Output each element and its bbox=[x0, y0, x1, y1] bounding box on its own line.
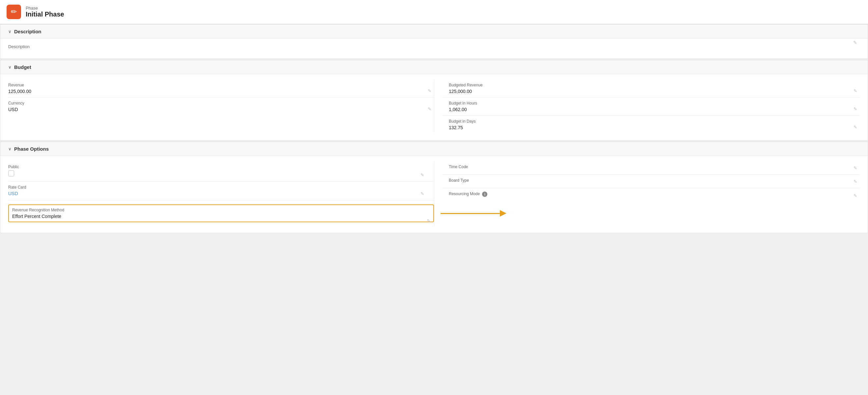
budget-hours-edit-icon[interactable]: ✎ bbox=[854, 107, 857, 111]
header-text: Phase Initial Phase bbox=[26, 6, 64, 18]
time-code-label: Time Code bbox=[449, 165, 860, 169]
revenue-field: Revenue 125,000.00 ✎ bbox=[8, 80, 434, 97]
rate-card-field: Rate Card USD ✎ bbox=[8, 182, 434, 200]
board-type-field: Board Type ✎ bbox=[442, 175, 860, 188]
phase-options-left: Public ✎ Rate Card USD ✎ bbox=[8, 161, 434, 226]
public-label: Public bbox=[8, 165, 434, 169]
phase-options-chevron-icon: ∨ bbox=[8, 146, 11, 151]
rate-card-edit-icon[interactable]: ✎ bbox=[421, 191, 424, 196]
board-type-edit-icon[interactable]: ✎ bbox=[854, 179, 857, 184]
revenue-edit-icon[interactable]: ✎ bbox=[428, 88, 431, 93]
resourcing-mode-field: Resourcing Mode i ✎ bbox=[442, 188, 860, 202]
description-body: Description ✎ bbox=[0, 38, 868, 58]
description-section-label: Description bbox=[14, 29, 41, 34]
budget-fields-grid: Revenue 125,000.00 ✎ Currency USD ✎ bbox=[8, 80, 860, 134]
phase-options-body: Public ✎ Rate Card USD ✎ bbox=[0, 156, 868, 233]
revenue-label: Revenue bbox=[8, 83, 429, 87]
revenue-recognition-value: Effort Percent Complete bbox=[12, 214, 420, 219]
header-subtitle: Phase bbox=[26, 6, 64, 10]
currency-edit-icon[interactable]: ✎ bbox=[428, 107, 431, 111]
phase-options-right: Time Code ✎ Board Type ✎ bbox=[434, 161, 860, 226]
revenue-recognition-edit-icon[interactable]: ✎ bbox=[427, 218, 431, 224]
budget-days-field: Budget in Days 132.75 ✎ bbox=[442, 116, 860, 134]
revenue-recognition-highlight: Revenue Recognition Method Effort Percen… bbox=[8, 204, 434, 222]
public-field: Public ✎ bbox=[8, 161, 434, 181]
budget-hours-value: 1,062.00 bbox=[449, 107, 855, 112]
main-content: ∨ Description Description ✎ ∨ Budget Rev… bbox=[0, 24, 868, 233]
budget-hours-label: Budget in Hours bbox=[449, 101, 855, 106]
description-section-header[interactable]: ∨ Description bbox=[0, 24, 868, 38]
budget-days-edit-icon[interactable]: ✎ bbox=[854, 124, 857, 130]
budget-section-header[interactable]: ∨ Budget bbox=[0, 60, 868, 74]
rate-card-value[interactable]: USD bbox=[8, 191, 434, 196]
budgeted-revenue-label: Budgeted Revenue bbox=[449, 83, 855, 87]
currency-value: USD bbox=[8, 107, 429, 112]
board-type-label: Board Type bbox=[449, 178, 860, 183]
page-header: ✏ Phase Initial Phase bbox=[0, 0, 868, 24]
resourcing-mode-label: Resourcing Mode i bbox=[449, 192, 860, 197]
resourcing-mode-edit-icon[interactable]: ✎ bbox=[854, 193, 857, 198]
description-field-label: Description bbox=[8, 44, 30, 49]
budget-section: ∨ Budget Revenue 125,000.00 ✎ Currency bbox=[0, 60, 868, 140]
phase-options-section-header[interactable]: ∨ Phase Options bbox=[0, 142, 868, 156]
resourcing-mode-info-icon: i bbox=[482, 192, 487, 197]
header-title: Initial Phase bbox=[26, 10, 64, 18]
description-chevron-icon: ∨ bbox=[8, 29, 11, 34]
description-section: ∨ Description Description ✎ bbox=[0, 24, 868, 59]
budget-hours-field: Budget in Hours 1,062.00 ✎ bbox=[442, 97, 860, 115]
budgeted-revenue-edit-icon[interactable]: ✎ bbox=[854, 88, 857, 93]
budget-left-col: Revenue 125,000.00 ✎ Currency USD ✎ bbox=[8, 80, 434, 134]
phase-icon: ✏ bbox=[7, 5, 21, 19]
currency-label: Currency bbox=[8, 101, 429, 106]
time-code-edit-icon[interactable]: ✎ bbox=[854, 166, 857, 170]
currency-field: Currency USD ✎ bbox=[8, 97, 434, 115]
budgeted-revenue-field: Budgeted Revenue 125,000.00 ✎ bbox=[442, 80, 860, 97]
public-checkbox[interactable] bbox=[8, 170, 14, 176]
phase-options-section-label: Phase Options bbox=[14, 146, 49, 152]
budget-days-value: 132.75 bbox=[449, 125, 855, 130]
page-wrapper: ✏ Phase Initial Phase ∨ Description Desc… bbox=[0, 0, 868, 395]
phase-options-grid: Public ✎ Rate Card USD ✎ bbox=[8, 161, 860, 226]
budget-days-label: Budget in Days bbox=[449, 119, 855, 124]
rate-card-label: Rate Card bbox=[8, 185, 434, 190]
budget-section-label: Budget bbox=[14, 64, 31, 70]
description-edit-icon[interactable]: ✎ bbox=[853, 40, 857, 45]
time-code-field: Time Code ✎ bbox=[442, 161, 860, 174]
budget-chevron-icon: ∨ bbox=[8, 65, 11, 69]
budgeted-revenue-value: 125,000.00 bbox=[449, 89, 855, 94]
revenue-recognition-field: Revenue Recognition Method Effort Percen… bbox=[8, 200, 434, 226]
budget-right-col: Budgeted Revenue 125,000.00 ✎ Budget in … bbox=[434, 80, 860, 134]
public-edit-icon[interactable]: ✎ bbox=[421, 172, 424, 177]
revenue-recognition-label: Revenue Recognition Method bbox=[12, 208, 420, 212]
revenue-value: 125,000.00 bbox=[8, 89, 429, 94]
phase-options-section: ∨ Phase Options Public ✎ bbox=[0, 141, 868, 233]
budget-body: Revenue 125,000.00 ✎ Currency USD ✎ bbox=[0, 74, 868, 140]
